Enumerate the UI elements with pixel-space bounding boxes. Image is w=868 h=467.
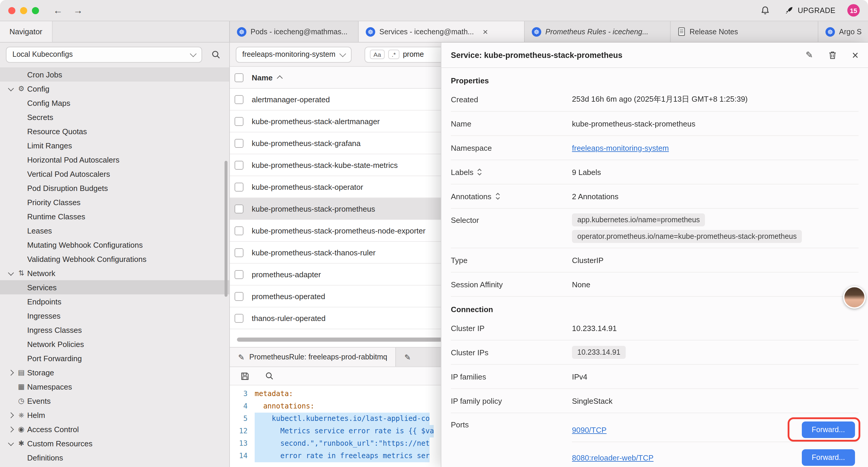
tab-navigator[interactable]: Navigator	[0, 21, 52, 42]
sidebar-item-events[interactable]: ◷Events	[0, 394, 229, 408]
sidebar-item-horizontal-pod-autoscalers[interactable]: Horizontal Pod Autoscalers	[0, 152, 229, 167]
sidebar-item-storage[interactable]: ▤Storage	[0, 365, 229, 380]
editor-tab-prometheusrule[interactable]: ✎ PrometheusRule: freeleaps-prod-rabbitm…	[230, 348, 396, 367]
tab-pods-icecheng-mathmas[interactable]: ☸Pods - icecheng@mathmas...	[230, 21, 359, 42]
port-link[interactable]: 9090/TCP	[572, 425, 607, 434]
code-text: second.","runbook_url":"https://net	[255, 437, 430, 450]
sidebar-item-runtime-classes[interactable]: Runtime Classes	[0, 209, 229, 224]
sidebar-item-network[interactable]: ⇅Network	[0, 266, 229, 280]
line-number: 14	[230, 450, 255, 462]
sidebar-item-config[interactable]: ⚙Config	[0, 82, 229, 96]
row-checkbox[interactable]	[235, 160, 243, 169]
search-icon[interactable]	[208, 47, 223, 62]
property-label: IP family policy	[451, 396, 572, 405]
sidebar-item-label: Cron Jobs	[27, 70, 62, 79]
chevron-down-icon[interactable]	[6, 272, 16, 274]
tab-release-notes[interactable]: Release Notes	[671, 21, 818, 42]
search-icon[interactable]	[262, 368, 277, 384]
participant-avatar[interactable]	[843, 286, 866, 309]
sidebar-item-network-policies[interactable]: Network Policies	[0, 337, 229, 351]
sidebar-item-mutating-webhook-configurations[interactable]: Mutating Webhook Configurations	[0, 238, 229, 252]
sidebar-item-access-control[interactable]: ◉Access Control	[0, 422, 229, 436]
forward-button[interactable]: Forward...	[802, 449, 855, 466]
tab-services-icecheng-math[interactable]: ☸Services - icecheng@math...×	[359, 21, 525, 42]
chevron-down-icon[interactable]	[6, 87, 16, 90]
kubeconfig-selector[interactable]: Local Kubeconfigs	[6, 47, 202, 62]
sidebar-item-helm[interactable]: ⎈Helm	[0, 408, 229, 422]
sidebar-item-services[interactable]: Services	[0, 280, 229, 294]
chevron-down-icon[interactable]	[6, 442, 16, 445]
sidebar-item-vertical-pod-autoscalers[interactable]: Vertical Pod Autoscalers	[0, 167, 229, 181]
namespace-filter-selector[interactable]: freeleaps-monitoring-system	[236, 47, 351, 62]
sidebar-item-leases[interactable]: Leases	[0, 224, 229, 238]
regex-toggle[interactable]: .*	[388, 50, 399, 59]
sidebar-item-secrets[interactable]: Secrets	[0, 110, 229, 124]
close-window-button[interactable]	[8, 7, 16, 14]
property-value-text: 9 Labels	[572, 168, 859, 176]
sidebar-item-config-maps[interactable]: Config Maps	[0, 96, 229, 110]
row-checkbox[interactable]	[235, 270, 243, 279]
row-checkbox[interactable]	[235, 226, 243, 235]
sidebar-item-validating-webhook-configurations[interactable]: Validating Webhook Configurations	[0, 252, 229, 266]
chevron-right-icon[interactable]	[6, 427, 16, 431]
sidebar-item-pod-disruption-budgets[interactable]: Pod Disruption Budgets	[0, 181, 229, 195]
close-tab-icon[interactable]: ×	[483, 27, 488, 36]
property-value: 253d 16h 6m ago (2025年1月13日 GMT+8 1:25:3…	[572, 89, 859, 109]
sidebar-item-endpoints[interactable]: Endpoints	[0, 294, 229, 309]
row-checkbox[interactable]	[235, 139, 243, 147]
chevron-right-icon[interactable]	[6, 370, 16, 375]
sidebar-item-custom-resources[interactable]: ✱Custom Resources	[0, 436, 229, 450]
sidebar-item-label: Mutating Webhook Configurations	[27, 240, 143, 249]
minimize-window-button[interactable]	[20, 7, 27, 14]
edit-icon[interactable]: ✎	[806, 50, 813, 60]
chevron-right-icon[interactable]	[6, 413, 16, 417]
sidebar-item-port-forwarding[interactable]: Port Forwarding	[0, 351, 229, 365]
bell-icon[interactable]	[757, 3, 773, 18]
tab-prometheus-rules-icecheng[interactable]: ☸Prometheus Rules - icecheng...	[525, 21, 671, 42]
resource-name: kube-prometheus-stack-operator	[252, 182, 363, 191]
sidebar-item-limit-ranges[interactable]: Limit Ranges	[0, 138, 229, 152]
row-checkbox[interactable]	[235, 248, 243, 257]
trash-icon[interactable]	[825, 47, 840, 63]
expand-collapse-icon[interactable]	[477, 168, 483, 176]
forward-arrow-icon[interactable]: →	[73, 6, 83, 15]
sidebar-item-label: Events	[27, 396, 51, 405]
port-link[interactable]: 8080:reloader-web/TCP	[572, 453, 653, 462]
row-checkbox[interactable]	[235, 95, 243, 104]
zoom-window-button[interactable]	[32, 7, 39, 14]
save-icon[interactable]	[237, 368, 252, 384]
tab-argo-s[interactable]: ☸Argo S	[818, 21, 868, 42]
sidebar-item-cron-jobs[interactable]: Cron Jobs	[0, 67, 229, 82]
row-checkbox[interactable]	[235, 292, 243, 300]
row-checkbox[interactable]	[235, 182, 243, 191]
back-arrow-icon[interactable]: ←	[53, 6, 63, 15]
line-number: 4	[230, 400, 255, 413]
namespace-link[interactable]: freeleaps-monitoring-system	[572, 143, 859, 152]
sidebar-item-namespaces[interactable]: ▦Namespaces	[0, 380, 229, 394]
row-checkbox[interactable]	[235, 204, 243, 213]
sidebar-scrollbar[interactable]	[224, 161, 227, 297]
select-all-checkbox[interactable]	[235, 73, 243, 82]
forward-button[interactable]: Forward...	[802, 421, 855, 438]
sidebar-item-definitions[interactable]: Definitions	[0, 450, 229, 465]
upgrade-button[interactable]: UPGRADE	[785, 6, 836, 15]
sidebar-item-ingress-classes[interactable]: Ingress Classes	[0, 323, 229, 337]
name-column-header[interactable]: Name	[252, 73, 282, 82]
sidebar-item-resource-quotas[interactable]: Resource Quotas	[0, 124, 229, 138]
sidebar-item-ingresses[interactable]: Ingresses	[0, 309, 229, 323]
row-checkbox[interactable]	[235, 117, 243, 126]
property-label: Name	[451, 119, 572, 128]
close-icon[interactable]: ×	[852, 49, 859, 61]
match-case-toggle[interactable]: Aa	[370, 50, 385, 59]
sidebar-item-label: Storage	[27, 368, 54, 377]
tab-label: Release Notes	[689, 28, 738, 36]
document-icon	[678, 27, 685, 36]
property-value: app.kubernetes.io/name=prometheusoperato…	[572, 209, 859, 248]
row-checkbox[interactable]	[235, 314, 243, 322]
sidebar-item-priority-classes[interactable]: Priority Classes	[0, 195, 229, 209]
property-row-ip-families: IP familiesIPv4	[451, 365, 859, 389]
port-row: 8080:reloader-web/TCPForward...	[572, 446, 859, 467]
expand-collapse-icon[interactable]	[495, 192, 500, 200]
section-title-properties: Properties	[451, 76, 859, 85]
notification-count-badge[interactable]: 15	[847, 4, 860, 17]
